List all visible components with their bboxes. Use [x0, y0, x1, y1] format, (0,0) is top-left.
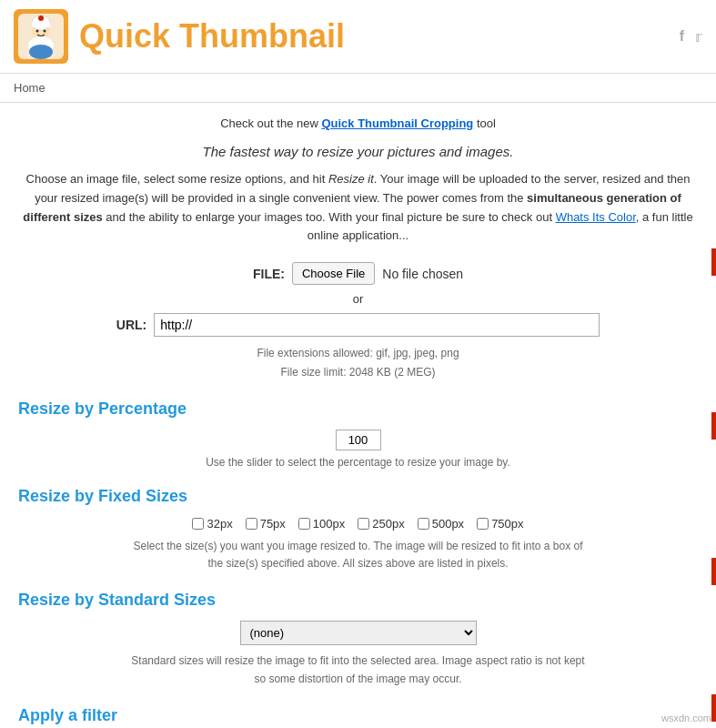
promo-banner: Check out the new Quick Thumbnail Croppi…	[18, 116, 698, 130]
allowed-text: File extensions allowed: gif, jpg, jpeg,…	[18, 344, 698, 362]
size-32-item[interactable]: 32px	[192, 517, 232, 531]
desc-part3: and the ability to enlarge your images t…	[103, 210, 556, 224]
desc-link[interactable]: Whats Its Color	[556, 210, 636, 224]
size-100-item[interactable]: 100px	[298, 517, 345, 531]
main-content: Check out the new Quick Thumbnail Croppi…	[0, 103, 716, 728]
logo-svg	[18, 14, 64, 59]
size-750-label: 750px	[491, 517, 523, 531]
facebook-icon[interactable]: f	[680, 28, 684, 46]
file-row: FILE: Choose File No file chosen	[18, 262, 698, 285]
fixed-hint: Select the size(s) you want you image re…	[18, 538, 698, 572]
accent-bar-2	[711, 412, 716, 440]
svg-point-8	[29, 45, 53, 59]
percentage-input[interactable]	[336, 430, 381, 450]
choose-file-button[interactable]: Choose File	[292, 262, 375, 285]
url-row: URL:	[18, 313, 698, 337]
size-32-checkbox[interactable]	[192, 518, 204, 530]
promo-prefix: Check out the new	[220, 116, 321, 130]
or-text: or	[18, 292, 698, 306]
desc-part1: Choose an image file, select some resize…	[26, 172, 328, 186]
resize-fixed-section: Resize by Fixed Sizes 32px 75px 100px 25…	[18, 487, 698, 572]
size-75-checkbox[interactable]	[246, 518, 257, 530]
file-label: FILE:	[253, 267, 285, 281]
filter-section: Apply a filter None Greyscale Sepia Nega…	[18, 706, 698, 728]
filter-header: Apply a filter	[18, 706, 698, 725]
fixed-hint-2: the size(s) specified above. All sizes a…	[18, 555, 698, 572]
no-file-text: No file chosen	[382, 267, 463, 281]
site-header: Quick Thumbnail f 𝕣	[0, 0, 716, 74]
svg-point-5	[36, 30, 39, 33]
resize-standard-header: Resize by Standard Sizes	[18, 591, 698, 610]
fixed-hint-1: Select the size(s) you want you image re…	[18, 538, 698, 555]
url-label: URL:	[116, 318, 146, 332]
svg-rect-4	[32, 23, 50, 27]
resize-percentage-header: Resize by Percentage	[18, 399, 698, 419]
size-limit-text: File size limit: 2048 KB (2 MEG)	[18, 363, 698, 381]
size-75-item[interactable]: 75px	[246, 517, 286, 531]
svg-point-6	[44, 30, 46, 33]
size-250-label: 250px	[372, 517, 404, 531]
accent-bar-3	[711, 558, 716, 585]
standard-hint: Standard sizes will resize the image to …	[18, 652, 698, 687]
size-500-label: 500px	[432, 517, 464, 531]
header-left: Quick Thumbnail	[14, 9, 345, 64]
description: Choose an image file, select some resize…	[22, 170, 695, 246]
size-500-checkbox[interactable]	[418, 518, 429, 530]
resize-percentage-section: Resize by Percentage Use the slider to s…	[18, 399, 698, 469]
size-100-checkbox[interactable]	[298, 518, 310, 530]
tagline: The fastest way to resize your pictures …	[18, 144, 698, 159]
standard-select[interactable]: (none) 800x600 1024x768 1280x1024	[240, 621, 477, 645]
percentage-input-row	[18, 430, 698, 450]
promo-link[interactable]: Quick Thumbnail Cropping	[321, 116, 473, 130]
file-upload-section: FILE: Choose File No file chosen or URL:…	[18, 262, 698, 381]
url-input[interactable]	[154, 313, 600, 337]
checkbox-row: 32px 75px 100px 250px 500px 750px	[18, 517, 698, 531]
standard-hint-1: Standard sizes will resize the image to …	[18, 652, 698, 670]
twitter-icon[interactable]: 𝕣	[695, 28, 702, 46]
desc-italic: Resize it	[328, 172, 374, 186]
svg-point-7	[38, 15, 44, 21]
file-info: File extensions allowed: gif, jpg, jpeg,…	[18, 344, 698, 381]
nav-home[interactable]: Home	[14, 81, 45, 95]
accent-bar-1	[711, 248, 716, 276]
standard-hint-2: so some distortion of the image may occu…	[18, 671, 698, 688]
logo-icon	[14, 9, 68, 64]
size-75-label: 75px	[260, 517, 286, 531]
resize-fixed-header: Resize by Fixed Sizes	[18, 487, 698, 506]
resize-standard-section: Resize by Standard Sizes (none) 800x600 …	[18, 591, 698, 687]
size-750-item[interactable]: 750px	[477, 517, 523, 531]
nav-bar: Home	[0, 74, 716, 103]
size-750-checkbox[interactable]	[477, 518, 489, 530]
size-100-label: 100px	[313, 517, 345, 531]
size-32-label: 32px	[207, 517, 232, 531]
size-500-item[interactable]: 500px	[418, 517, 464, 531]
size-250-item[interactable]: 250px	[358, 517, 404, 531]
percentage-hint: Use the slider to select the percentage …	[18, 456, 698, 469]
standard-select-row: (none) 800x600 1024x768 1280x1024	[18, 621, 698, 645]
site-title: Quick Thumbnail	[79, 17, 345, 56]
promo-suffix: tool	[473, 116, 496, 130]
accent-bar-4	[711, 694, 716, 722]
social-icons: f 𝕣	[680, 28, 702, 46]
watermark: wsxdn.com	[661, 713, 711, 723]
size-250-checkbox[interactable]	[358, 518, 369, 530]
